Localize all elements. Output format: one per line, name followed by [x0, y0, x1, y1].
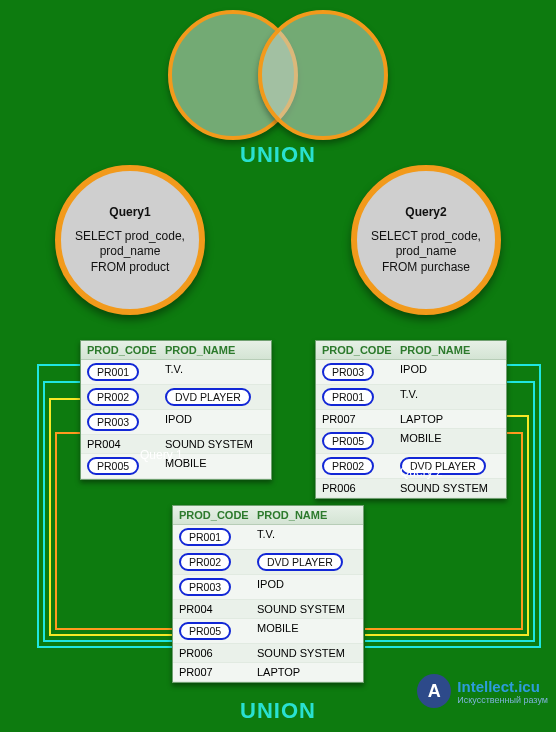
cell-name: T.V.: [394, 385, 506, 409]
cell-name: SOUND SYSTEM: [394, 479, 506, 497]
logo-badge-icon: A: [417, 674, 451, 708]
union-label-top: UNION: [0, 142, 556, 168]
column-header: PROD_CODE: [316, 341, 394, 359]
table-row: PR002DVD PLAYER: [173, 550, 363, 575]
code-pill: PR005: [87, 457, 139, 475]
code-pill: PR002: [322, 457, 374, 475]
query1-title: Query1: [109, 205, 150, 219]
code-pill: PR001: [322, 388, 374, 406]
code-pill: PR003: [87, 413, 139, 431]
code-pill: PR005: [179, 622, 231, 640]
cell-code: PR001: [81, 360, 159, 384]
cell-code: PR007: [173, 663, 251, 681]
column-header: PROD_NAME: [159, 341, 271, 359]
cell-code: PR001: [316, 385, 394, 409]
column-header: PROD_NAME: [394, 341, 506, 359]
cell-code: PR007: [316, 410, 394, 428]
table-row: PR007LAPTOP: [173, 663, 363, 682]
table-row: PR005MOBILE: [173, 619, 363, 644]
cell-code: PR001: [173, 525, 251, 549]
column-header: PROD_CODE: [81, 341, 159, 359]
cell-name: LAPTOP: [394, 410, 506, 428]
cell-name: MOBILE: [251, 619, 363, 643]
table-row: PR001T.V.: [81, 360, 271, 385]
table-row: PR001T.V.: [173, 525, 363, 550]
code-pill: PR001: [87, 363, 139, 381]
cell-code: PR006: [173, 644, 251, 662]
table-header: PROD_CODEPROD_NAME: [81, 341, 271, 360]
code-pill: PR002: [87, 388, 139, 406]
cell-code: PR003: [173, 575, 251, 599]
logo-name: Intellect.icu: [457, 678, 540, 695]
table-header: PROD_CODEPROD_NAME: [316, 341, 506, 360]
cell-name: SOUND SYSTEM: [251, 644, 363, 662]
cell-code: PR003: [316, 360, 394, 384]
column-header: PROD_NAME: [251, 506, 363, 524]
cell-name: LAPTOP: [251, 663, 363, 681]
cell-name: T.V.: [159, 360, 271, 384]
cell-name: T.V.: [251, 525, 363, 549]
cell-name: SOUND SYSTEM: [251, 600, 363, 618]
table-row: PR004SOUND SYSTEM: [173, 600, 363, 619]
code-pill: PR001: [179, 528, 231, 546]
table-row: PR006SOUND SYSTEM: [316, 479, 506, 498]
venn-circle-right: [258, 10, 388, 140]
name-pill: DVD PLAYER: [165, 388, 251, 406]
cell-name: DVD PLAYER: [251, 550, 363, 574]
cell-code: PR006: [316, 479, 394, 497]
cell-name: MOBILE: [394, 429, 506, 453]
query1-circle: Query1 SELECT prod_code, prod_name FROM …: [55, 165, 205, 315]
union-result-table: PROD_CODEPROD_NAMEPR001T.V.PR002DVD PLAY…: [172, 505, 364, 683]
query1-table-label: Query 1: [140, 448, 183, 462]
cell-code: PR005: [173, 619, 251, 643]
cell-name: DVD PLAYER: [159, 385, 271, 409]
diagram-stage: UNION Query1 SELECT prod_code, prod_name…: [0, 0, 556, 732]
query2-sql: SELECT prod_code, prod_name FROM purchas…: [371, 229, 481, 276]
query2-circle: Query2 SELECT prod_code, prod_name FROM …: [351, 165, 501, 315]
name-pill: DVD PLAYER: [257, 553, 343, 571]
code-pill: PR003: [322, 363, 374, 381]
cell-code: PR004: [173, 600, 251, 618]
table-row: PR007LAPTOP: [316, 410, 506, 429]
cell-code: PR003: [81, 410, 159, 434]
table-row: PR002DVD PLAYER: [81, 385, 271, 410]
cell-code: PR002: [316, 454, 394, 478]
query1-sql: SELECT prod_code, prod_name FROM product: [75, 229, 185, 276]
table-row: PR001T.V.: [316, 385, 506, 410]
table-header: PROD_CODEPROD_NAME: [173, 506, 363, 525]
site-logo: A Intellect.icu Искусственный разум: [417, 674, 548, 708]
table-row: PR003IPOD: [81, 410, 271, 435]
logo-sub: Искусственный разум: [457, 695, 548, 705]
query2-table-label: Query 2: [400, 465, 443, 479]
query2-title: Query2: [405, 205, 446, 219]
cell-code: PR005: [316, 429, 394, 453]
code-pill: PR005: [322, 432, 374, 450]
cell-name: IPOD: [159, 410, 271, 434]
cell-code: PR002: [173, 550, 251, 574]
cell-name: IPOD: [251, 575, 363, 599]
cell-code: PR002: [81, 385, 159, 409]
venn-diagram: [0, 10, 556, 140]
table-row: PR006SOUND SYSTEM: [173, 644, 363, 663]
table-row: PR003IPOD: [173, 575, 363, 600]
table-row: PR003IPOD: [316, 360, 506, 385]
code-pill: PR002: [179, 553, 231, 571]
table-row: PR005MOBILE: [316, 429, 506, 454]
code-pill: PR003: [179, 578, 231, 596]
column-header: PROD_CODE: [173, 506, 251, 524]
cell-name: IPOD: [394, 360, 506, 384]
